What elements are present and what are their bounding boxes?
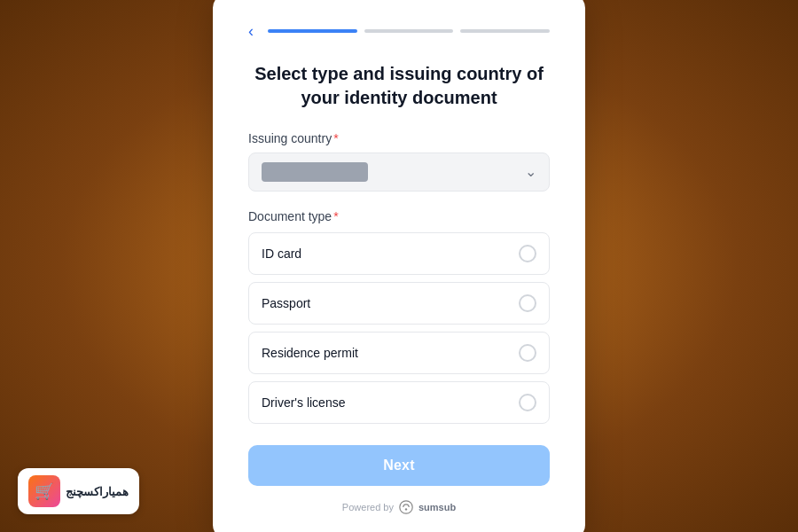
progress-segment-3	[460, 29, 550, 33]
country-select[interactable]: ⌄	[248, 153, 550, 192]
svg-point-0	[400, 500, 412, 512]
back-button[interactable]: ‹	[248, 22, 254, 41]
progress-segment-1	[268, 29, 357, 33]
powered-by: Powered by sumsub	[248, 500, 550, 514]
document-type-label: Document type*	[248, 209, 550, 223]
document-type-section: Document type* ID card Passport Residenc…	[248, 209, 550, 424]
doc-option-passport-label: Passport	[262, 296, 310, 310]
sumsub-brand-label: sumsub	[419, 502, 456, 512]
main-card: ‹ Select type and issuing country of you…	[213, 0, 585, 532]
doc-option-drivers-license[interactable]: Driver's license	[248, 381, 550, 424]
page-title: Select type and issuing country of your …	[248, 62, 550, 110]
chevron-down-icon: ⌄	[525, 163, 536, 180]
app-name: همیاراکسچنج	[66, 485, 129, 498]
country-value	[262, 162, 368, 182]
doc-option-residence-permit[interactable]: Residence permit	[248, 332, 550, 374]
issuing-country-label: Issuing country*	[248, 131, 550, 145]
doc-option-id-card[interactable]: ID card	[248, 232, 550, 275]
progress-bar-container: ‹	[248, 22, 550, 41]
app-icon: 🛒	[28, 475, 60, 507]
doc-option-residence-permit-label: Residence permit	[262, 346, 358, 360]
progress-segment-2	[364, 29, 454, 33]
next-button[interactable]: Next	[248, 445, 550, 486]
radio-drivers-license[interactable]	[519, 394, 536, 411]
powered-by-text: Powered by	[342, 502, 394, 512]
bottom-logo: 🛒 همیاراکسچنج	[18, 468, 139, 514]
radio-id-card[interactable]	[519, 245, 536, 262]
sumsub-logo-icon	[399, 500, 413, 514]
radio-passport[interactable]	[519, 294, 536, 312]
doc-option-drivers-license-label: Driver's license	[262, 395, 345, 410]
doc-option-id-card-label: ID card	[262, 246, 301, 261]
doc-option-passport[interactable]: Passport	[248, 282, 550, 325]
radio-residence-permit[interactable]	[519, 344, 536, 362]
svg-point-1	[405, 508, 407, 510]
